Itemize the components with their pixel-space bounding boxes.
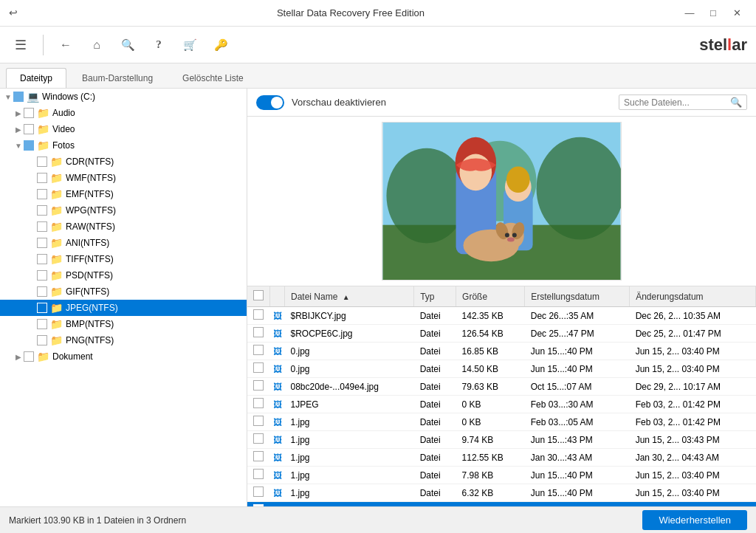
preview-header: Vorschau deaktivieren 🔍 (247, 89, 756, 117)
scan-button[interactable]: 🔍 (116, 33, 140, 57)
table-row[interactable]: 🖼$ROCPE6C.jpgDatei126.54 KBDec 25...:47 … (247, 325, 756, 343)
tree-check-gif[interactable] (37, 286, 47, 297)
row-created: Jun 15...:40 PM (525, 360, 630, 378)
tree-item-wpg[interactable]: 📁 WPG(NTFS) (0, 202, 247, 219)
folder-icon-jpeg: 📁 (50, 302, 63, 314)
table-row[interactable]: 🖼1.jpgDatei103.90 KBJun 15...:42 PMJun 1… (247, 502, 756, 507)
file-type-icon: 🖼 (273, 453, 282, 463)
row-checkbox[interactable] (253, 362, 264, 373)
row-checkbox[interactable] (253, 469, 264, 479)
table-row[interactable]: 🖼1.jpgDatei6.32 KBJun 15...:40 PMJun 15,… (247, 484, 756, 502)
table-row[interactable]: 🖼1JPEGDatei0 KBFeb 03...:30 AMFeb 03, 2.… (247, 396, 756, 413)
tab-geloescht[interactable]: Gelöschte Liste (168, 68, 258, 88)
tree-check-wpg[interactable] (37, 205, 47, 216)
tree-item-emf[interactable]: 📁 EMF(NTFS) (0, 186, 247, 202)
preview-toggle[interactable] (256, 95, 284, 110)
table-row[interactable]: 🖼1.jpgDatei0 KBFeb 03...:05 AMFeb 03, 2.… (247, 413, 756, 431)
row-checkbox[interactable] (253, 309, 264, 320)
row-checkbox[interactable] (253, 433, 264, 444)
tree-check-tiff[interactable] (37, 254, 47, 264)
tree-item-bmp[interactable]: 📁 BMP(NTFS) (0, 316, 247, 332)
row-checkbox[interactable] (253, 451, 264, 461)
row-size: 0 KB (456, 413, 525, 431)
row-name: 1.jpg (285, 449, 414, 467)
row-icon-cell: 🖼 (270, 502, 285, 507)
tree-item-ani[interactable]: 📁 ANI(NTFS) (0, 235, 247, 251)
minimize-button[interactable]: — (679, 3, 700, 24)
tab-baum[interactable]: Baum-Darstellung (68, 68, 167, 88)
row-checkbox[interactable] (253, 416, 264, 426)
tree-check-bmp[interactable] (37, 319, 47, 329)
tree-check-psd[interactable] (37, 270, 47, 281)
tree-check-video[interactable] (24, 124, 34, 134)
tree-item-wmf[interactable]: 📁 WMF(NTFS) (0, 170, 247, 186)
row-checkbox[interactable] (253, 380, 264, 391)
tab-dateityp[interactable]: Dateityp (6, 68, 66, 88)
cart-button[interactable]: 🛒 (178, 33, 202, 57)
row-modified: Jun 15, 2... 03:40 PM (630, 484, 756, 502)
folder-icon-tiff: 📁 (50, 253, 63, 265)
row-icon-cell: 🖼 (270, 413, 285, 431)
tree-item-jpeg[interactable]: 📁 JPEG(NTFS) (0, 300, 247, 316)
file-type-icon: 🖼 (273, 399, 282, 410)
back-button[interactable]: ← (54, 33, 78, 57)
col-header-modified[interactable]: Änderungsdatum (630, 286, 756, 307)
tree-arrow-video: ▶ (13, 125, 24, 134)
tree-check-windows-c[interactable] (13, 92, 24, 102)
table-row[interactable]: 🖼$RBIJKCY.jpgDatei142.35 KBDec 26...:35 … (247, 307, 756, 325)
tree-check-dokument[interactable] (24, 351, 34, 362)
tree-check-wmf[interactable] (37, 173, 47, 183)
tree-item-gif[interactable]: 📁 GIF(NTFS) (0, 283, 247, 300)
select-all-check[interactable] (253, 290, 264, 300)
tree-check-png[interactable] (37, 335, 47, 345)
tree-item-windows-c[interactable]: ▼ 💻 Windows (C:) (0, 89, 247, 105)
tree-check-fotos[interactable] (24, 140, 34, 151)
table-row[interactable]: 🖼1.jpgDatei7.98 KBJun 15...:40 PMJun 15,… (247, 467, 756, 484)
tree-item-cdr[interactable]: 📁 CDR(NTFS) (0, 154, 247, 170)
tree-item-fotos[interactable]: ▼ 📁 Fotos (0, 137, 247, 154)
key-button[interactable]: 🔑 (209, 33, 233, 57)
row-checkbox[interactable] (253, 486, 264, 497)
row-modified: Jun 15, 2... 03:40 PM (630, 343, 756, 360)
tree-check-ani[interactable] (37, 238, 47, 248)
col-header-type[interactable]: Typ (414, 286, 456, 307)
help-button[interactable]: ? (147, 33, 171, 57)
col-header-check[interactable] (247, 286, 270, 307)
svg-point-17 (507, 238, 515, 242)
tree-check-emf[interactable] (37, 189, 47, 199)
tree-label-wpg: WPG(NTFS) (66, 205, 116, 216)
table-row[interactable]: 🖼1.jpgDatei112.55 KBJan 30...:43 AMJan 3… (247, 449, 756, 467)
tree-check-cdr[interactable] (37, 157, 47, 167)
tree-check-audio[interactable] (24, 108, 34, 118)
col-header-name[interactable]: Datei Name ▲ (285, 286, 414, 307)
menu-button[interactable]: ☰ (9, 33, 32, 57)
col-header-created[interactable]: Erstellungsdatum (525, 286, 630, 307)
row-checkbox[interactable] (253, 504, 264, 506)
tree-item-png[interactable]: 📁 PNG(NTFS) (0, 332, 247, 348)
row-checkbox[interactable] (253, 398, 264, 408)
tree-item-psd[interactable]: 📁 PSD(NTFS) (0, 267, 247, 283)
tree-item-tiff[interactable]: 📁 TIFF(NTFS) (0, 251, 247, 267)
tree-item-video[interactable]: ▶ 📁 Video (0, 121, 247, 137)
row-checkbox[interactable] (253, 327, 264, 337)
recover-button[interactable]: Wiederherstellen (642, 510, 747, 530)
tree-item-audio[interactable]: ▶ 📁 Audio (0, 105, 247, 121)
row-checkbox[interactable] (253, 345, 264, 355)
search-box: 🔍 (619, 94, 747, 110)
tree-item-dokument[interactable]: ▶ 📁 Dokument (0, 348, 247, 365)
tree-check-raw[interactable] (37, 221, 47, 232)
row-created: Dec 26...:35 AM (525, 307, 630, 325)
col-header-size[interactable]: Größe (456, 286, 525, 307)
tree-check-jpeg[interactable] (37, 303, 47, 313)
table-row[interactable]: 🖼0.jpgDatei16.85 KBJun 15...:40 PMJun 15… (247, 343, 756, 360)
search-input[interactable] (624, 97, 727, 108)
table-row[interactable]: 🖼1.jpgDatei9.74 KBJun 15...:43 PMJun 15,… (247, 431, 756, 449)
tree-item-raw[interactable]: 📁 RAW(NTFS) (0, 219, 247, 235)
close-button[interactable]: ✕ (726, 3, 747, 24)
svg-point-10 (506, 166, 530, 193)
table-row[interactable]: 🖼0.jpgDatei14.50 KBJun 15...:40 PMJun 15… (247, 360, 756, 378)
home-button[interactable]: ⌂ (85, 33, 109, 57)
maximize-button[interactable]: □ (703, 3, 724, 24)
table-row[interactable]: 🖼08bc20de-...049e4.jpgDatei79.63 KBOct 1… (247, 378, 756, 396)
row-type: Datei (414, 307, 456, 325)
